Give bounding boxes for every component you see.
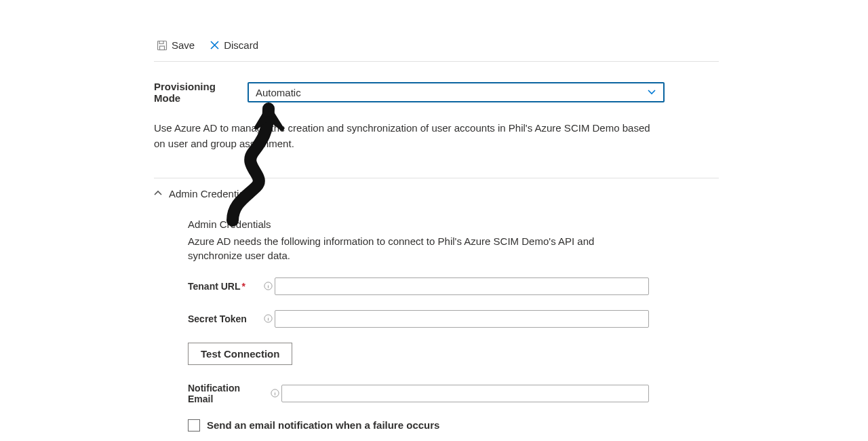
admin-credentials-section: Admin Credentials Azure AD needs the fol… [188,218,649,432]
admin-credentials-collapser-label: Admin Credentials [169,188,252,199]
close-icon [210,40,220,50]
discard-label: Discard [224,39,258,51]
failure-notification-checkbox[interactable] [188,419,200,432]
failure-notification-checkbox-row[interactable]: Send an email notification when a failur… [188,419,649,432]
secret-token-row: Secret Token [188,310,649,328]
info-icon[interactable] [261,282,275,290]
test-connection-button[interactable]: Test Connection [188,343,292,365]
failure-notification-checkbox-label: Send an email notification when a failur… [207,419,439,431]
svg-rect-1 [160,46,165,50]
admin-credentials-title: Admin Credentials [188,218,649,230]
secret-token-input[interactable] [275,310,649,328]
provisioning-description: Use Azure AD to manage the creation and … [154,120,659,152]
save-button[interactable]: Save [154,38,197,52]
provisioning-mode-row: Provisioning Mode Automatic [154,81,719,104]
provisioning-mode-select[interactable]: Automatic [248,82,665,102]
admin-credentials-description: Azure AD needs the following information… [188,234,649,263]
save-icon [157,40,167,51]
chevron-up-icon [154,190,162,197]
command-bar: Save Discard [154,37,719,62]
notification-email-label: Notification Email [188,383,268,404]
chevron-down-icon [647,89,656,96]
provisioning-mode-label: Provisioning Mode [154,81,241,104]
provisioning-mode-value: Automatic [256,87,647,98]
tenant-url-row: Tenant URL* [188,277,649,295]
discard-button[interactable]: Discard [207,38,261,52]
admin-credentials-collapser[interactable]: Admin Credentials [154,188,719,199]
secret-token-label: Secret Token [188,313,261,324]
required-indicator: * [242,281,245,292]
notification-email-row: Notification Email [188,383,649,404]
info-icon[interactable] [261,314,275,323]
tenant-url-input[interactable] [275,277,649,295]
notification-email-input[interactable] [281,385,649,402]
tenant-url-label: Tenant URL* [188,281,261,292]
info-icon[interactable] [268,389,281,398]
section-divider [154,178,719,178]
save-label: Save [172,39,195,51]
